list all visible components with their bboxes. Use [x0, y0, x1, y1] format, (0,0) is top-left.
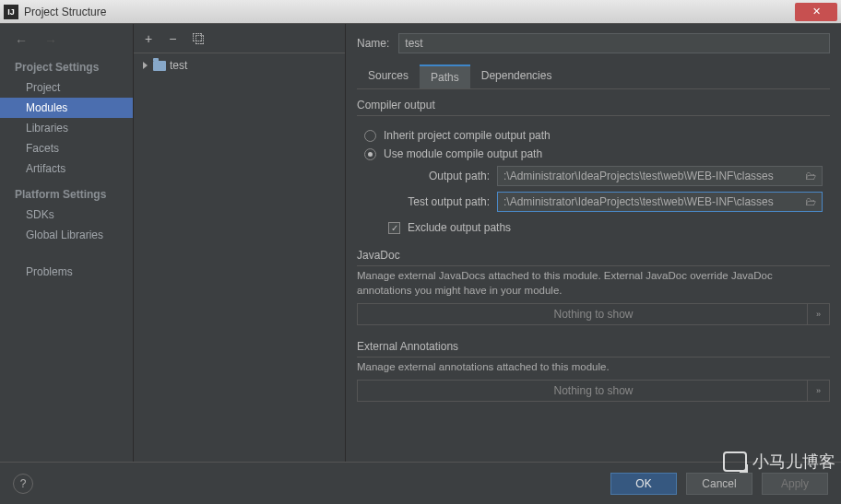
tree-expand-icon[interactable]	[143, 62, 148, 69]
module-tabs: Sources Paths Dependencies	[357, 64, 830, 89]
checkbox-icon: ✓	[388, 222, 400, 234]
nav-item-global-libraries[interactable]: Global Libraries	[0, 225, 133, 245]
close-button[interactable]: ✕	[795, 3, 837, 21]
remove-module-icon[interactable]: −	[169, 31, 176, 46]
javadoc-heading: JavaDoc	[357, 249, 830, 262]
browse-folder-icon[interactable]: 🗁	[805, 195, 816, 208]
nav-item-problems[interactable]: Problems	[0, 262, 133, 282]
tab-dependencies[interactable]: Dependencies	[470, 64, 563, 88]
browse-folder-icon[interactable]: 🗁	[805, 170, 816, 182]
nav-item-modules[interactable]: Modules	[0, 98, 133, 118]
module-name-label: test	[170, 59, 187, 72]
nav-item-sdks[interactable]: SDKs	[0, 205, 133, 225]
ij-logo-icon: IJ	[4, 5, 18, 19]
output-path-label: Output path:	[388, 170, 490, 182]
nav-heading-project-settings: Project Settings	[0, 57, 133, 77]
radio-icon	[364, 148, 376, 160]
add-module-icon[interactable]: +	[145, 31, 152, 46]
tab-paths[interactable]: Paths	[420, 64, 470, 88]
cancel-button[interactable]: Cancel	[686, 473, 752, 495]
test-output-path-label: Test output path:	[388, 195, 490, 208]
javadoc-description: Manage external JavaDocs attached to thi…	[357, 268, 830, 298]
javadoc-list: Nothing to show »	[357, 303, 830, 325]
radio-icon	[364, 130, 376, 142]
titlebar: IJ Project Structure ✕	[0, 0, 841, 24]
test-output-path-input[interactable]: :\Administrator\IdeaProjects\test\web\WE…	[497, 192, 823, 212]
exclude-output-checkbox[interactable]: ✓ Exclude output paths	[388, 221, 823, 234]
name-label: Name:	[357, 37, 389, 50]
output-path-input[interactable]: :\Administrator\IdeaProjects\test\web\WE…	[497, 166, 823, 186]
help-button[interactable]: ?	[13, 474, 33, 494]
module-name-input[interactable]	[398, 33, 830, 53]
radio-use-module[interactable]: Use module compile output path	[364, 147, 823, 160]
module-detail-panel: Name: Sources Paths Dependencies Compile…	[346, 24, 841, 462]
exclude-output-label: Exclude output paths	[408, 221, 511, 234]
ok-button[interactable]: OK	[610, 473, 677, 495]
module-folder-icon	[153, 61, 166, 71]
dialog-footer: ? OK Cancel Apply	[0, 462, 841, 504]
tab-sources[interactable]: Sources	[357, 64, 420, 88]
radio-use-module-label: Use module compile output path	[384, 147, 542, 160]
nav-heading-platform-settings: Platform Settings	[0, 184, 133, 205]
nav-back-icon[interactable]: ←	[15, 33, 28, 48]
ext-expand-icon[interactable]: »	[807, 381, 829, 401]
nav-item-libraries[interactable]: Libraries	[0, 118, 133, 138]
copy-module-icon[interactable]: ⿻	[193, 31, 206, 46]
apply-button[interactable]: Apply	[762, 473, 828, 495]
nav-item-artifacts[interactable]: Artifacts	[0, 158, 133, 179]
ext-annotations-description: Manage external annotations attached to …	[357, 359, 830, 374]
nav-item-project[interactable]: Project	[0, 77, 133, 98]
window-title: Project Structure	[24, 6, 106, 18]
javadoc-expand-icon[interactable]: »	[807, 304, 829, 324]
settings-nav: ← → Project Settings Project Modules Lib…	[0, 24, 134, 462]
compiler-output-label: Compiler output	[357, 99, 830, 111]
ext-annotations-list: Nothing to show »	[357, 380, 830, 402]
ext-annotations-heading: External Annotations	[357, 340, 830, 353]
module-tree-item[interactable]: test	[143, 59, 336, 72]
module-list-panel: + − ⿻ test	[134, 24, 346, 462]
nav-forward-icon[interactable]: →	[44, 33, 57, 48]
nav-item-facets[interactable]: Facets	[0, 138, 133, 158]
radio-inherit[interactable]: Inherit project compile output path	[364, 129, 823, 142]
radio-inherit-label: Inherit project compile output path	[384, 129, 551, 142]
